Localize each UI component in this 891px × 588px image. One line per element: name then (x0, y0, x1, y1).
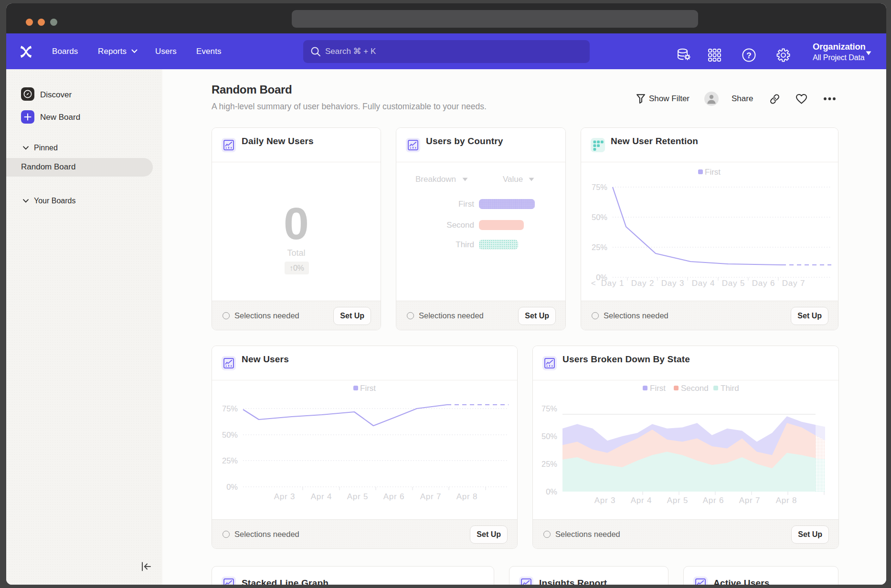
svg-text:75%: 75% (541, 404, 557, 413)
svg-text:?: ? (746, 51, 751, 60)
svg-text:Apr 7: Apr 7 (420, 492, 442, 501)
svg-text:Third: Third (721, 384, 739, 393)
svg-text:Apr 3: Apr 3 (274, 492, 296, 501)
svg-text:Apr 7: Apr 7 (739, 496, 761, 505)
svg-text:Day 4: Day 4 (692, 279, 715, 288)
svg-text:Apr 8: Apr 8 (456, 492, 478, 501)
svg-text:Second: Second (681, 384, 709, 393)
svg-text:0%: 0% (546, 487, 557, 496)
svg-text:Apr 4: Apr 4 (311, 492, 332, 501)
svg-text:0%: 0% (226, 483, 238, 491)
svg-text:Day 3: Day 3 (661, 279, 684, 288)
svg-text:First: First (650, 384, 666, 393)
svg-text:Day 6: Day 6 (752, 279, 775, 288)
svg-text:Apr 8: Apr 8 (776, 496, 797, 505)
svg-text:Day 1: Day 1 (601, 279, 624, 288)
svg-text:75%: 75% (222, 404, 238, 413)
svg-text:Apr 6: Apr 6 (703, 496, 724, 505)
svg-text:25%: 25% (222, 456, 238, 465)
svg-text:50%: 50% (541, 432, 557, 441)
svg-text:25%: 25% (541, 460, 557, 468)
svg-text:Day 7: Day 7 (782, 279, 805, 288)
svg-text:<: < (591, 279, 596, 288)
svg-text:Day 2: Day 2 (631, 279, 654, 288)
svg-text:25%: 25% (592, 243, 607, 252)
svg-text:Apr 4: Apr 4 (631, 496, 652, 505)
svg-text:75%: 75% (592, 183, 607, 191)
svg-text:Apr 5: Apr 5 (347, 492, 369, 501)
svg-text:Apr 3: Apr 3 (594, 496, 616, 505)
svg-text:Day 5: Day 5 (722, 279, 745, 288)
svg-text:50%: 50% (592, 213, 607, 221)
svg-text:50%: 50% (222, 430, 238, 439)
svg-text:Apr 5: Apr 5 (667, 496, 689, 505)
svg-text:Apr 6: Apr 6 (383, 492, 405, 501)
svg-text:First: First (360, 384, 376, 393)
svg-text:First: First (705, 168, 721, 177)
